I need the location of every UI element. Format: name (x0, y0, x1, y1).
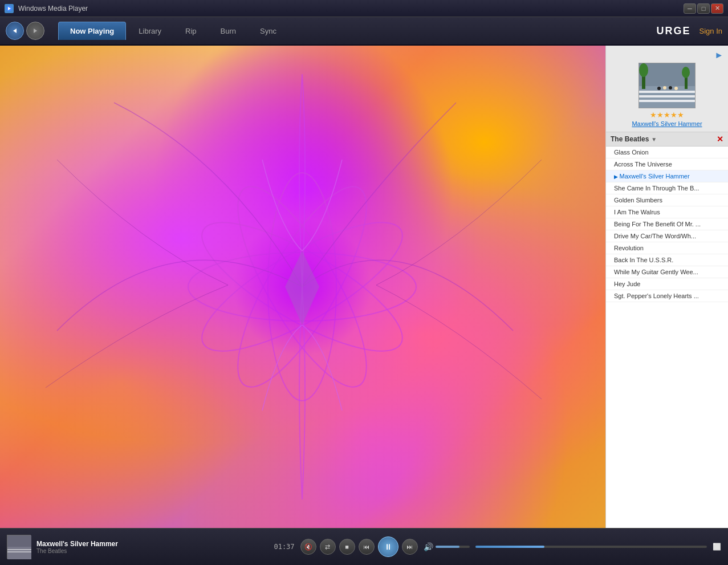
svg-point-24 (674, 87, 678, 90)
mute-button[interactable]: 🔇 (300, 539, 316, 555)
svg-rect-16 (639, 100, 696, 102)
volume-fill (436, 546, 459, 548)
nav-bar: Now Playing Library Rip Burn Sync URGE S… (0, 17, 728, 46)
minimize-button[interactable]: ─ (684, 3, 696, 14)
svg-point-22 (663, 86, 666, 90)
track-info: Maxwell's Silver Hammer The Beatles (36, 540, 268, 554)
playlist-item[interactable]: Hey Jude (606, 278, 728, 290)
playlist-item[interactable]: Across The Universe (606, 158, 728, 170)
forward-button[interactable] (26, 22, 44, 40)
playlist-header: The Beatles ▼ ✕ (606, 132, 728, 147)
volume-icon: 🔊 (424, 542, 433, 551)
nav-tabs: Now Playing Library Rip Burn Sync (58, 22, 288, 40)
playlist-close[interactable]: ✕ (717, 135, 723, 144)
album-art-section: ► (606, 46, 728, 132)
track-sub: The Beatles (36, 548, 268, 554)
tab-now-playing[interactable]: Now Playing (58, 22, 126, 40)
playlist-item-active[interactable]: Maxwell's Silver Hammer (606, 170, 728, 182)
playback-controls: 🔇 ⇄ ■ ⏮ ⏸ ⏭ (300, 536, 418, 557)
tab-library[interactable]: Library (127, 22, 173, 40)
svg-rect-14 (639, 91, 696, 93)
visualization-overlay (0, 46, 605, 528)
visualization-area[interactable] (0, 46, 605, 528)
playlist-items: Glass Onion Across The Universe Maxwell'… (606, 147, 728, 528)
playlist-item[interactable]: She Came In Through The B... (606, 182, 728, 194)
main-area: ► (0, 46, 728, 528)
svg-point-20 (682, 67, 690, 78)
svg-point-18 (639, 63, 648, 77)
svg-rect-27 (7, 549, 31, 550)
app-icon (5, 4, 14, 13)
svg-marker-3 (34, 29, 37, 33)
playlist-item[interactable]: Glass Onion (606, 147, 728, 158)
playlist-item[interactable]: Golden Slumbers (606, 194, 728, 206)
playlist-item[interactable]: While My Guitar Gently Wee... (606, 266, 728, 278)
track-name: Maxwell's Silver Hammer (36, 540, 268, 548)
artist-dropdown[interactable]: ▼ (651, 136, 657, 143)
volume-bar[interactable] (436, 546, 470, 548)
svg-rect-15 (639, 95, 696, 97)
playlist-item[interactable]: Sgt. Pepper's Lonely Hearts ... (606, 290, 728, 302)
maximize-button[interactable]: □ (697, 3, 710, 14)
play-pause-button[interactable]: ⏸ (378, 536, 398, 557)
svg-marker-2 (13, 29, 17, 33)
album-art (638, 63, 696, 108)
playlist-item[interactable]: Revolution (606, 242, 728, 254)
seek-bar[interactable] (475, 546, 707, 548)
album-title[interactable]: Maxwell's Silver Hammer (632, 120, 702, 127)
now-playing-thumb (7, 535, 31, 559)
stop-button[interactable]: ■ (339, 539, 355, 555)
urge-logo[interactable]: URGE (657, 25, 691, 37)
svg-point-21 (657, 87, 661, 90)
sidebar: ► (605, 46, 728, 528)
control-bar: Maxwell's Silver Hammer The Beatles 01:3… (0, 528, 728, 565)
sign-in-link[interactable]: Sign In (699, 27, 722, 35)
volume-area: 🔊 (424, 542, 470, 551)
tab-sync[interactable]: Sync (249, 22, 288, 40)
svg-rect-28 (7, 551, 31, 552)
resize-button[interactable]: ⬜ (713, 543, 721, 551)
svg-point-23 (669, 86, 672, 90)
svg-rect-26 (7, 547, 31, 559)
tab-burn[interactable]: Burn (209, 22, 247, 40)
back-button[interactable] (6, 22, 24, 40)
window-title: Windows Media Player (18, 5, 679, 13)
playlist-item[interactable]: Drive My Car/The Word/Wh... (606, 230, 728, 242)
close-button[interactable]: ✕ (711, 3, 723, 14)
playlist-item[interactable]: Back In The U.S.S.R. (606, 254, 728, 266)
playlist-item[interactable]: Being For The Benefit Of Mr. ... (606, 218, 728, 230)
time-display: 01:37 (274, 543, 294, 551)
playlist-artist: The Beatles ▼ (611, 135, 657, 143)
tab-rip[interactable]: Rip (174, 22, 208, 40)
seek-fill (475, 546, 545, 548)
next-button[interactable]: ⏭ (402, 539, 418, 555)
visualization-canvas (0, 46, 605, 528)
playlist-item[interactable]: I Am The Walrus (606, 206, 728, 218)
title-bar: Windows Media Player ─ □ ✕ (0, 0, 728, 17)
shuffle-button[interactable]: ⇄ (320, 539, 336, 555)
star-rating[interactable]: ★★★★★ (650, 111, 684, 119)
sidebar-nav-arrow[interactable]: ► (714, 50, 723, 60)
nav-right: URGE Sign In (657, 25, 723, 37)
prev-button[interactable]: ⏮ (359, 539, 375, 555)
window-controls: ─ □ ✕ (684, 3, 723, 14)
